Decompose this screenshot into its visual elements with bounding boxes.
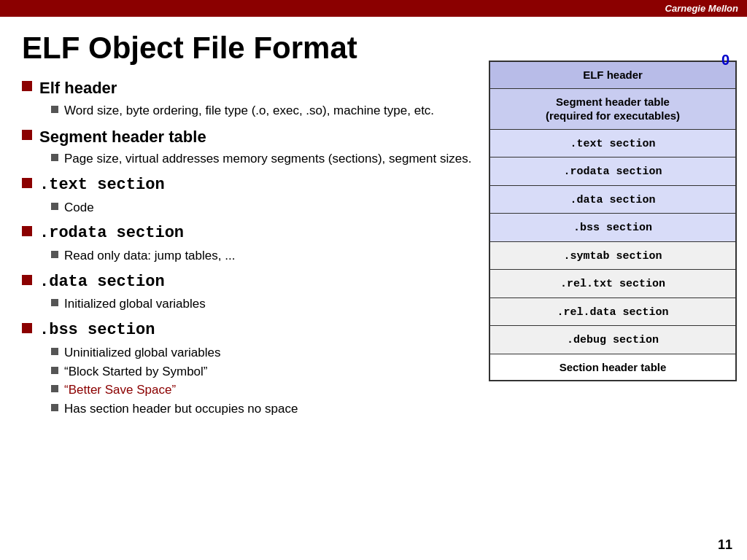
bullet-main-label: .rodata section <box>39 223 184 244</box>
sub-bullets-elf-header: Word size, byte ordering, file type (.o,… <box>51 102 474 120</box>
bullet-section-segment-header-table: Segment header tablePage size, virtual a… <box>22 127 474 168</box>
sub-bullets-rodata-section: Read only data: jump tables, ... <box>51 247 474 265</box>
sub-bullet-square-icon <box>51 203 58 210</box>
elf-row: Segment header table(required for execut… <box>490 89 735 130</box>
elf-row: .data section <box>490 186 735 214</box>
sub-bullet-text: Page size, virtual addresses memory segm… <box>64 150 471 168</box>
sub-bullets-bss-section: Uninitialized global variables“Block Sta… <box>51 344 474 418</box>
bullet-square-icon <box>22 130 32 140</box>
bullet-main-rodata-section: .rodata section <box>22 223 474 244</box>
sub-bullet-text: Uninitialized global variables <box>64 344 221 362</box>
page-title: ELF Object File Format <box>22 31 474 65</box>
sub-bullet: Uninitialized global variables <box>51 344 474 362</box>
sub-bullet-text: Has section header but occupies no space <box>64 400 298 418</box>
sub-bullets-segment-header-table: Page size, virtual addresses memory segm… <box>51 150 474 168</box>
bullet-main-label: Segment header table <box>39 127 206 148</box>
sub-bullet: Word size, byte ordering, file type (.o,… <box>51 102 474 120</box>
sub-bullet: “Block Started by Symbol” <box>51 363 474 381</box>
bullet-section-rodata-section: .rodata sectionRead only data: jump tabl… <box>22 223 474 264</box>
sub-bullet-text: “Block Started by Symbol” <box>64 363 208 381</box>
sub-bullet-square-icon <box>51 404 58 411</box>
bullet-section-elf-header: Elf headerWord size, byte ordering, file… <box>22 78 474 119</box>
bullet-square-icon <box>22 226 32 236</box>
bullet-section-data-section: .data sectionInitialized global variable… <box>22 272 474 313</box>
sub-bullet: Has section header but occupies no space <box>51 400 474 418</box>
bullet-main-label: Elf header <box>39 78 117 99</box>
bullet-square-icon <box>22 81 32 91</box>
sub-bullet-square-icon <box>51 251 58 258</box>
elf-diagram: ELF headerSegment header table(required … <box>489 61 737 381</box>
sub-bullets-data-section: Initialized global variables <box>51 295 474 313</box>
elf-row: .bss section <box>490 214 735 242</box>
bullet-main-label: .text section <box>39 175 165 196</box>
bullet-main-label: .bss section <box>39 320 155 341</box>
sub-bullet: Read only data: jump tables, ... <box>51 247 474 265</box>
sub-bullet-text: “Better Save Space” <box>64 381 176 399</box>
zero-label: 0 <box>721 52 729 69</box>
bullet-square-icon <box>22 323 32 333</box>
sub-bullet-square-icon <box>51 106 58 113</box>
top-bar: Carnegie Mellon <box>0 0 747 17</box>
sub-bullet: Code <box>51 199 474 217</box>
sub-bullet-square-icon <box>51 154 58 161</box>
sub-bullets-text-section: Code <box>51 199 474 217</box>
bullet-section-text-section: .text sectionCode <box>22 175 474 216</box>
elf-row: .debug section <box>490 326 735 354</box>
sub-bullet: “Better Save Space” <box>51 381 474 399</box>
elf-row: .rel.data section <box>490 298 735 327</box>
sub-bullet-square-icon <box>51 299 58 306</box>
bullet-main-bss-section: .bss section <box>22 320 474 341</box>
sub-bullet: Initialized global variables <box>51 295 474 313</box>
bullet-square-icon <box>22 275 32 285</box>
sub-bullet: Page size, virtual addresses memory segm… <box>51 150 474 168</box>
bullet-section-bss-section: .bss sectionUninitialized global variabl… <box>22 320 474 418</box>
sub-bullet-square-icon <box>51 385 58 392</box>
bullet-main-label: .data section <box>39 272 165 293</box>
elf-row: .text section <box>490 130 735 158</box>
elf-row: Section header table <box>490 354 735 381</box>
bullet-main-segment-header-table: Segment header table <box>22 127 474 148</box>
sub-bullet-text: Initialized global variables <box>64 295 206 313</box>
page-number: 11 <box>718 537 732 553</box>
sub-bullet-text: Word size, byte ordering, file type (.o,… <box>64 102 434 120</box>
sub-bullet-square-icon <box>51 367 58 374</box>
main-content: ELF Object File Format Elf headerWord si… <box>0 17 747 556</box>
elf-row: .rodata section <box>490 158 735 186</box>
bullet-square-icon <box>22 178 32 188</box>
elf-row: ELF header <box>490 62 735 89</box>
bullet-list: Elf headerWord size, byte ordering, file… <box>22 78 474 418</box>
right-column: 0 ELF headerSegment header table(require… <box>489 31 737 549</box>
elf-row: .rel.txt section <box>490 270 735 298</box>
left-column: ELF Object File Format Elf headerWord si… <box>22 31 474 549</box>
sub-bullet-text: Read only data: jump tables, ... <box>64 247 235 265</box>
bullet-main-elf-header: Elf header <box>22 78 474 99</box>
elf-row: .symtab section <box>490 242 735 271</box>
bullet-main-data-section: .data section <box>22 272 474 293</box>
institution-label: Carnegie Mellon <box>665 3 738 14</box>
sub-bullet-text: Code <box>64 199 94 217</box>
bullet-main-text-section: .text section <box>22 175 474 196</box>
sub-bullet-square-icon <box>51 348 58 355</box>
